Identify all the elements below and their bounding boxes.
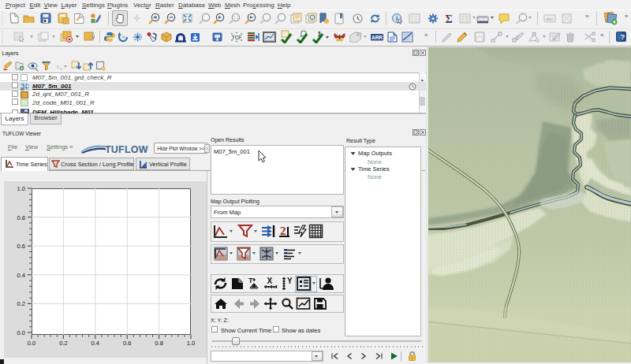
svg-text:Y: Y bbox=[287, 277, 293, 285]
svg-text:0.4: 0.4 bbox=[91, 340, 99, 347]
svg-text:0.0: 0.0 bbox=[17, 329, 25, 336]
svg-text:0.8: 0.8 bbox=[17, 214, 25, 221]
svg-text:TUFLOW: TUFLOW bbox=[105, 144, 148, 155]
svg-text:TCF: TCF bbox=[232, 35, 242, 40]
svg-text:?: ? bbox=[621, 33, 625, 41]
svg-text:0.2: 0.2 bbox=[59, 340, 67, 347]
svg-text:T: T bbox=[248, 277, 253, 284]
svg-text:ARR: ARR bbox=[372, 35, 383, 40]
svg-text:1.0: 1.0 bbox=[17, 185, 25, 192]
svg-text:abc: abc bbox=[546, 17, 554, 21]
svg-text:0.2: 0.2 bbox=[17, 300, 25, 307]
svg-text:0.6: 0.6 bbox=[17, 243, 25, 250]
svg-text:1:1: 1:1 bbox=[233, 15, 238, 20]
svg-text:0.8: 0.8 bbox=[155, 340, 162, 347]
svg-text:Σ: Σ bbox=[445, 13, 452, 25]
svg-text:1.0: 1.0 bbox=[187, 340, 195, 347]
svg-text:0.4: 0.4 bbox=[17, 272, 25, 279]
svg-text:0.6: 0.6 bbox=[123, 340, 131, 347]
svg-text:▾: ▾ bbox=[60, 66, 62, 71]
svg-text:2: 2 bbox=[280, 225, 286, 237]
svg-text:0.0: 0.0 bbox=[28, 340, 35, 347]
svg-text:X: X bbox=[267, 277, 273, 285]
